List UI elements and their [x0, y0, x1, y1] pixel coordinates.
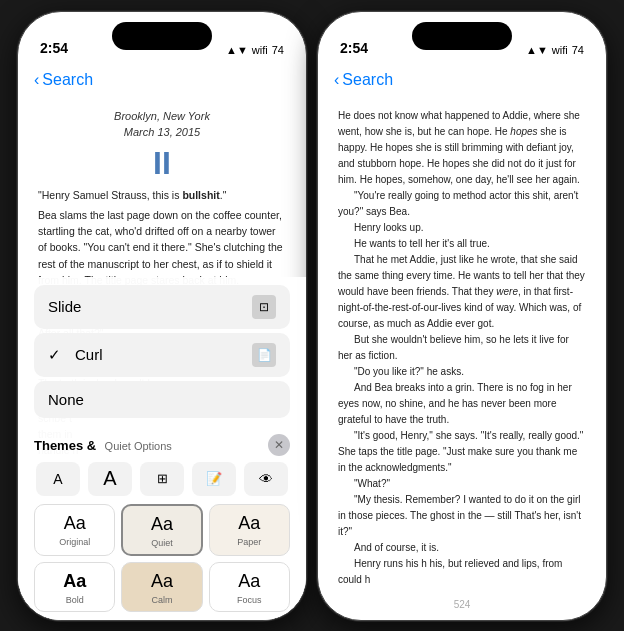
font-large-btn[interactable]: A: [88, 462, 132, 496]
nav-bar-left: ‹ Search: [18, 62, 306, 98]
phones-container: 2:54 ▲▼ wifi 74 ‹ Search Brooklyn, New Y…: [17, 11, 607, 621]
theme-quiet-label: Quiet: [151, 538, 173, 548]
transition-none-left: None: [48, 391, 84, 408]
back-label-right: Search: [342, 71, 393, 89]
battery-icon-right: 74: [572, 44, 584, 56]
theme-calm-label: Calm: [151, 595, 172, 605]
font-small-label: A: [53, 471, 62, 487]
font-small-btn[interactable]: A: [36, 462, 80, 496]
themes-subtitle: Quiet Options: [105, 440, 172, 452]
transition-curl-label: Curl: [75, 346, 103, 363]
curl-icon-sym: 📄: [257, 348, 272, 362]
font-style-icon: ⊞: [157, 471, 168, 486]
theme-quiet[interactable]: Aa Quiet: [121, 504, 202, 556]
theme-original[interactable]: Aa Original: [34, 504, 115, 556]
font-serif-btn[interactable]: 📝: [192, 462, 236, 496]
transition-none-label: None: [48, 391, 84, 408]
themes-grid: Aa Original Aa Quiet Aa Paper Aa Bold: [34, 504, 290, 612]
right-phone: 2:54 ▲▼ wifi 74 ‹ Search He does not kno…: [317, 11, 607, 621]
theme-bold[interactable]: Aa Bold: [34, 562, 115, 612]
font-style-btn[interactable]: ⊞: [140, 462, 184, 496]
transition-slide[interactable]: Slide ⊡: [34, 285, 290, 329]
theme-bold-sample: Aa: [63, 571, 86, 592]
back-button-right[interactable]: ‹ Search: [334, 71, 393, 89]
chevron-left-icon-right: ‹: [334, 71, 339, 89]
theme-original-label: Original: [59, 537, 90, 547]
wifi-icon-right: wifi: [552, 44, 568, 56]
curl-checkmark: ✓: [48, 346, 61, 364]
theme-bold-label: Bold: [66, 595, 84, 605]
reading-text: He does not know what happened to Addie,…: [338, 108, 586, 590]
back-button-left[interactable]: ‹ Search: [34, 71, 93, 89]
transition-curl-left: ✓ Curl: [48, 346, 103, 364]
eye-btn[interactable]: 👁: [244, 462, 288, 496]
font-controls: A A ⊞ 📝 👁: [34, 462, 290, 496]
themes-header: Themes & Quiet Options ✕: [34, 434, 290, 456]
transition-slide-left: Slide: [48, 298, 81, 315]
status-time-right: 2:54: [340, 40, 368, 56]
chevron-left-icon: ‹: [34, 71, 39, 89]
reading-content: He does not know what happened to Addie,…: [318, 98, 606, 590]
nav-bar-right: ‹ Search: [318, 62, 606, 98]
chapter-number: II: [38, 147, 286, 179]
theme-paper[interactable]: Aa Paper: [209, 504, 290, 556]
transition-curl[interactable]: ✓ Curl 📄: [34, 333, 290, 377]
back-label-left: Search: [42, 71, 93, 89]
status-icons-left: ▲▼ wifi 74: [226, 44, 284, 56]
theme-original-sample: Aa: [64, 513, 86, 534]
themes-section: Themes & Quiet Options ✕ A A ⊞: [18, 430, 306, 612]
overlay-panel: Slide ⊡ ✓ Curl 📄: [18, 277, 306, 620]
page-number: 524: [454, 599, 471, 610]
theme-focus[interactable]: Aa Focus: [209, 562, 290, 612]
transition-none[interactable]: None: [34, 381, 290, 418]
wifi-icon: wifi: [252, 44, 268, 56]
close-button[interactable]: ✕: [268, 434, 290, 456]
slide-icon: ⊡: [252, 295, 276, 319]
themes-title-group: Themes & Quiet Options: [34, 436, 172, 454]
transition-options: Slide ⊡ ✓ Curl 📄: [18, 277, 306, 430]
signal-icon: ▲▼: [226, 44, 248, 56]
curl-icon: 📄: [252, 343, 276, 367]
slide-icon-sym: ⊡: [259, 300, 269, 314]
dynamic-island: [112, 22, 212, 50]
theme-paper-sample: Aa: [238, 513, 260, 534]
themes-title: Themes &: [34, 438, 96, 453]
theme-calm[interactable]: Aa Calm: [121, 562, 202, 612]
left-phone: 2:54 ▲▼ wifi 74 ‹ Search Brooklyn, New Y…: [17, 11, 307, 621]
font-large-label: A: [103, 467, 116, 490]
dynamic-island-right: [412, 22, 512, 50]
eye-icon: 👁: [259, 471, 273, 487]
serif-icon: 📝: [206, 471, 222, 486]
theme-focus-label: Focus: [237, 595, 262, 605]
theme-quiet-sample: Aa: [151, 514, 173, 535]
theme-calm-sample: Aa: [151, 571, 173, 592]
signal-icon-right: ▲▼: [526, 44, 548, 56]
transition-slide-label: Slide: [48, 298, 81, 315]
theme-focus-sample: Aa: [238, 571, 260, 592]
battery-icon: 74: [272, 44, 284, 56]
status-time-left: 2:54: [40, 40, 68, 56]
theme-paper-label: Paper: [237, 537, 261, 547]
location-header: Brooklyn, New YorkMarch 13, 2015: [38, 108, 286, 141]
status-icons-right: ▲▼ wifi 74: [526, 44, 584, 56]
